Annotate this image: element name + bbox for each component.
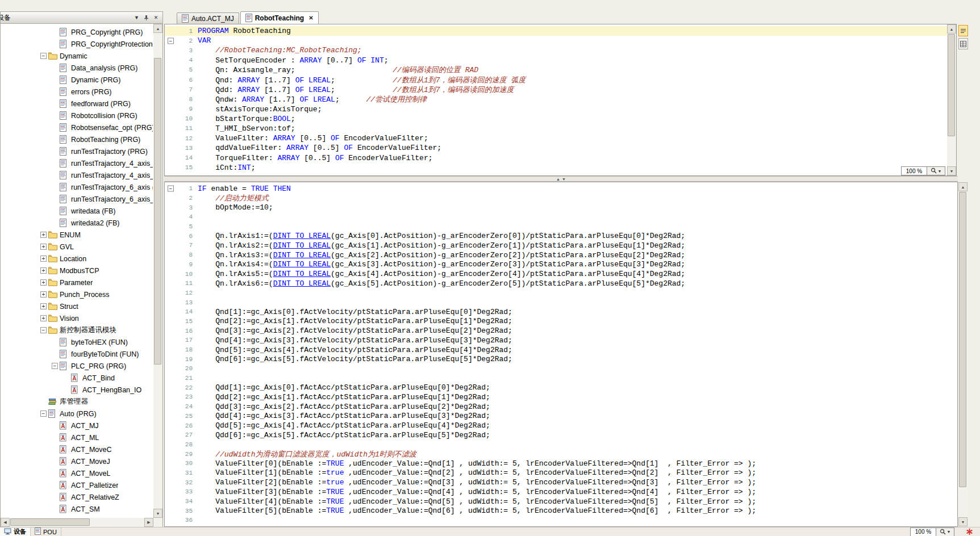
devices-tab[interactable]: 设备	[0, 527, 31, 536]
implementation-scrollbar[interactable]: ▲ ▼	[958, 182, 968, 526]
code-line-32[interactable]: 32 ValueFilter[2](bEnable :=true ,udEnco…	[165, 478, 957, 487]
code-line-3[interactable]: 3 //RobotTeaching:MC_RobotTeaching;	[165, 45, 956, 55]
code-line-9[interactable]: 9 stAxisTorque:AxisTorque;	[165, 104, 956, 114]
expand-icon[interactable]: +	[40, 267, 47, 274]
tree-horizontal-scrollbar[interactable]: ◀ ▶	[1, 518, 153, 527]
pin-icon[interactable]	[141, 13, 151, 22]
zoom-level-value[interactable]: 100 %	[910, 527, 936, 536]
code-text[interactable]: Qn.lrAxis3:=(DINT_TO_LREAL(gc_Axis[2].Ac…	[198, 251, 685, 259]
code-text[interactable]: //RobotTeaching:MC_RobotTeaching;	[198, 46, 362, 55]
tree-item-库管理器[interactable]: 库管理器	[1, 396, 153, 408]
tree-item-Robotcollision (PRG)[interactable]: Robotcollision (PRG)	[1, 110, 153, 122]
expand-icon[interactable]: +	[40, 315, 47, 321]
code-line-4[interactable]: 4	[165, 212, 957, 222]
code-line-29[interactable]: 29 //udWidth为滑动窗口滤波器宽度，udWidth为1时则不滤波	[165, 449, 957, 459]
code-line-12[interactable]: 12 ValueFilter: ARRAY [0..5] OF EncoderV…	[165, 133, 956, 143]
zoom-button[interactable]: ▼	[936, 527, 954, 536]
code-line-15[interactable]: 15 Qnd[2]:=gc_Axis[1].fActVelocity/ptSta…	[165, 317, 957, 326]
code-text[interactable]: iCnt:INT;	[198, 164, 255, 172]
code-text[interactable]: ValueFilter[3](bEnable :=TRUE ,udEncoder…	[198, 488, 756, 496]
code-text[interactable]: ValueFilter: ARRAY [0..5] OF EncoderValu…	[198, 134, 428, 143]
code-line-5[interactable]: 5	[165, 222, 957, 232]
collapse-icon[interactable]: −	[52, 363, 58, 369]
code-line-14[interactable]: 14 TorqueFilter: ARRAY [0..5] OF Encoder…	[165, 153, 956, 162]
code-text[interactable]: Qn: Axisangle_ray; //编码器读回的位置 RAD	[198, 65, 478, 75]
collapse-icon[interactable]: −	[168, 37, 174, 44]
code-text[interactable]: PROGRAM RobotTeaching	[198, 27, 291, 35]
scrollbar-thumb[interactable]	[154, 58, 161, 365]
code-line-13[interactable]: 13 qddValueFilter: ARRAY [0..5] OF Encod…	[165, 143, 956, 153]
code-line-35[interactable]: 35 ValueFilter[5](bEnable :=TRUE ,udEnco…	[165, 506, 957, 516]
expand-icon[interactable]: +	[40, 256, 47, 262]
code-text[interactable]: Qnd[5]:=gc_Axis[4].fActVelocity/ptStatic…	[198, 346, 512, 354]
collapse-icon[interactable]: −	[168, 186, 174, 192]
tab-close-icon[interactable]: ✕	[308, 15, 313, 21]
code-text[interactable]: Qn.lrAxis4:=(DINT_TO_LREAL(gc_Axis[3].Ac…	[198, 260, 685, 269]
code-line-26[interactable]: 26 Qdd[5]:=gc_Axis[4].fActAcc/ptStaticPa…	[165, 421, 957, 430]
tree-item-ENUM[interactable]: +ENUM	[1, 229, 153, 241]
code-line-9[interactable]: 9 Qn.lrAxis4:=(DINT_TO_LREAL(gc_Axis[3].…	[165, 260, 957, 270]
zoom-button[interactable]: ▼	[927, 166, 945, 175]
code-text[interactable]: Qdd[6]:=gc_Axis[5].fActAcc/ptStaticPara.…	[198, 431, 490, 439]
code-text[interactable]: Qndw: ARRAY [1..7] OF LREAL; //尝试使用控制律	[198, 94, 427, 104]
tree-item-ACT_MJ[interactable]: AACT_MJ	[1, 420, 153, 432]
code-text[interactable]: ValueFilter[4](bEnable :=TRUE ,udEncoder…	[198, 497, 756, 506]
code-text[interactable]: Qnd: ARRAY [1..7] OF LREAL; //数组从1到7，编码器…	[198, 75, 526, 85]
implementation-editor[interactable]: −1IF enable = TRUE THEN2 //启动力矩模式3 bOptM…	[164, 182, 958, 527]
tree-item-ACT_ML[interactable]: AACT_ML	[1, 432, 153, 443]
scroll-up-icon[interactable]: ▲	[947, 24, 956, 34]
code-text[interactable]: Qdd[5]:=gc_Axis[4].fActAcc/ptStaticPara.…	[198, 421, 490, 430]
code-text[interactable]: Qn.lrAxis5:=(DINT_TO_LREAL(gc_Axis[4].Ac…	[198, 270, 685, 278]
scroll-up-icon[interactable]: ▲	[153, 24, 162, 33]
tree-item-Parameter[interactable]: +Parameter	[1, 277, 153, 288]
code-line-31[interactable]: 31 ValueFilter[1](bEnable :=true ,udEnco…	[165, 468, 957, 478]
tree-item-ACT_Bind[interactable]: AACT_Bind	[1, 372, 153, 384]
scroll-down-icon[interactable]: ▼	[958, 517, 968, 526]
code-line-24[interactable]: 24 Qdd[3]:=gc_Axis[2].fActAcc/ptStaticPa…	[165, 402, 957, 412]
code-line-18[interactable]: 18 Qnd[5]:=gc_Axis[4].fActVelocity/ptSta…	[165, 345, 957, 355]
declaration-editor[interactable]: 1PROGRAM RobotTeaching−2VAR3 //RobotTeac…	[164, 24, 957, 176]
code-text[interactable]: VAR	[198, 36, 211, 45]
editor-tab-RobotTeaching[interactable]: RobotTeaching✕	[240, 11, 319, 24]
tree-item-Data_analysis (PRG)[interactable]: Data_analysis (PRG)	[1, 62, 153, 74]
pou-tab[interactable]: POU	[31, 527, 61, 536]
tree-item-Location[interactable]: +Location	[1, 253, 153, 265]
tree-item-PRG_CopyrightProtection (PRG)[interactable]: PRG_CopyrightProtection (PRG)	[1, 38, 153, 50]
code-text[interactable]: bOptMode:=10;	[198, 203, 273, 212]
tree-item-ACT_MoveJ[interactable]: AACT_MoveJ	[1, 455, 153, 467]
collapse-icon[interactable]: −	[40, 327, 47, 333]
tree-item-ACT_SM[interactable]: AACT_SM	[1, 503, 153, 515]
code-text[interactable]: Qn.lrAxis1:=(DINT_TO_LREAL(gc_Axis[0].Ac…	[198, 232, 685, 240]
code-line-8[interactable]: 8 Qndw: ARRAY [1..7] OF LREAL; //尝试使用控制律	[165, 94, 956, 104]
code-line-8[interactable]: 8 Qn.lrAxis3:=(DINT_TO_LREAL(gc_Axis[2].…	[165, 250, 957, 260]
code-line-15[interactable]: 15 iCnt:INT;	[165, 163, 956, 173]
code-text[interactable]: Qdd[2]:=gc_Axis[1].fActAcc/ptStaticPara.…	[198, 393, 490, 401]
tree-item-ACT_RelativeZ[interactable]: AACT_RelativeZ	[1, 491, 153, 503]
code-text[interactable]: IF enable = TRUE THEN	[198, 185, 291, 193]
code-line-13[interactable]: 13	[165, 298, 957, 307]
code-line-16[interactable]: 16 Qnd[3]:=gc_Axis[2].fActVelocity/ptSta…	[165, 326, 957, 336]
code-line-14[interactable]: 14 Qnd[1]:=gc_Axis[0].fActVelocity/ptSta…	[165, 307, 957, 317]
tree-item-runTestTrajactory_6_axis_SF[interactable]: runTestTrajactory_6_axis_SF	[1, 193, 153, 205]
scroll-down-icon[interactable]: ▼	[947, 166, 956, 175]
tree-item-ACT_HengBan_IO[interactable]: AACT_HengBan_IO	[1, 384, 153, 396]
scroll-right-icon[interactable]: ▶	[144, 518, 153, 527]
table-view-button[interactable]	[958, 38, 968, 49]
code-text[interactable]: Qdd[1]:=gc_Axis[0].fActAcc/ptStaticPara.…	[198, 383, 490, 392]
code-text[interactable]: bStartTorque:BOOL;	[198, 115, 295, 123]
code-text[interactable]: Qdd[4]:=gc_Axis[3].fActAcc/ptStaticPara.…	[198, 412, 490, 420]
code-text[interactable]: Qnd[3]:=gc_Axis[2].fActVelocity/ptStatic…	[198, 326, 512, 335]
code-line-2[interactable]: 2 //启动力矩模式	[165, 194, 957, 203]
code-line-20[interactable]: 20	[165, 364, 957, 374]
code-line-11[interactable]: 11 Qn.lrAxis6:=(DINT_TO_LREAL(gc_Axis[5]…	[165, 279, 957, 288]
tree-item-RobotTeaching (PRG)[interactable]: RobotTeaching (PRG)	[1, 133, 153, 145]
code-line-28[interactable]: 28	[165, 440, 957, 450]
tree-item-Punch_Process[interactable]: +Punch_Process	[1, 288, 153, 300]
tree-item-PLC_PRG (PRG)[interactable]: −PLC_PRG (PRG)	[1, 360, 153, 372]
tree-vertical-scrollbar[interactable]: ▲ ▼	[153, 24, 162, 518]
code-line-3[interactable]: 3 bOptMode:=10;	[165, 203, 957, 212]
tree-item-Struct[interactable]: +Struct	[1, 300, 153, 312]
code-line-12[interactable]: 12	[165, 288, 957, 298]
code-text[interactable]: Qdd: ARRAY [1..7] OF LREAL; //数组从1到7，编码器…	[198, 85, 514, 95]
code-line-34[interactable]: 34 ValueFilter[4](bEnable :=TRUE ,udEnco…	[165, 497, 957, 506]
